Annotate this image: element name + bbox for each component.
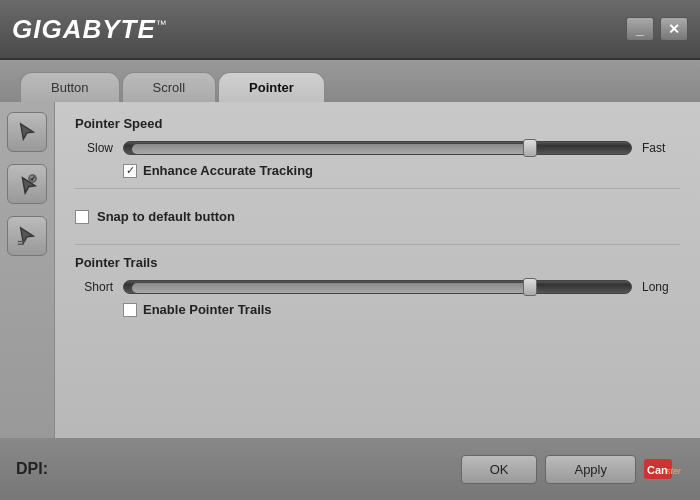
window-controls: _ ✕ [626, 17, 688, 41]
short-label: Short [75, 280, 113, 294]
enhance-tracking-label: Enhance Accurate Tracking [143, 163, 313, 178]
pointer-icon-btn[interactable] [7, 112, 47, 152]
pointer-speed-title: Pointer Speed [75, 116, 680, 131]
snap-row: Snap to default button [75, 209, 680, 224]
long-label: Long [642, 280, 680, 294]
snap-checkbox[interactable] [75, 210, 89, 224]
tab-button[interactable]: Button [20, 72, 120, 102]
enable-trails-row: Enable Pointer Trails [123, 302, 680, 317]
apply-button[interactable]: Apply [545, 455, 636, 484]
pointer-trails-fill [132, 283, 530, 293]
divider-2 [75, 244, 680, 245]
enhance-tracking-checkbox[interactable] [123, 164, 137, 178]
trails-icon [16, 225, 38, 247]
pointer-icon [16, 121, 38, 143]
tab-scroll[interactable]: Scroll [122, 72, 217, 102]
divider-1 [75, 188, 680, 189]
footer-buttons: OK Apply Can ster [461, 454, 684, 484]
pointer-speed-track[interactable] [123, 141, 632, 155]
pointer-trails-title: Pointer Trails [75, 255, 680, 270]
canister-brand-icon: Can ster [644, 454, 684, 484]
fast-label: Fast [642, 141, 680, 155]
enhance-tracking-row: Enhance Accurate Tracking [123, 163, 680, 178]
pointer-trails-track[interactable] [123, 280, 632, 294]
tab-pointer[interactable]: Pointer [218, 72, 325, 102]
snap-icon [16, 173, 38, 195]
pointer-trails-slider-row: Short Long [75, 280, 680, 294]
snap-icon-btn[interactable] [7, 164, 47, 204]
footer: DPI: OK Apply Can ster [0, 438, 700, 500]
slow-label: Slow [75, 141, 113, 155]
sidebar-icons [0, 102, 55, 438]
title-bar: GIGABYTE™ _ ✕ [0, 0, 700, 60]
pointer-trails-thumb[interactable] [523, 278, 537, 296]
enable-trails-label: Enable Pointer Trails [143, 302, 272, 317]
minimize-button[interactable]: _ [626, 17, 654, 41]
main-content: Pointer Speed Slow Fast Enhance Accurate… [0, 102, 700, 438]
pointer-speed-thumb[interactable] [523, 139, 537, 157]
enable-trails-checkbox[interactable] [123, 303, 137, 317]
pointer-speed-fill [132, 144, 530, 154]
trails-icon-btn[interactable] [7, 216, 47, 256]
tabs-bar: Button Scroll Pointer [0, 60, 700, 102]
app-logo: GIGABYTE™ [12, 14, 168, 45]
svg-text:Can: Can [647, 464, 668, 476]
svg-text:ster: ster [666, 466, 682, 476]
pointer-speed-slider-row: Slow Fast [75, 141, 680, 155]
right-panel: Pointer Speed Slow Fast Enhance Accurate… [55, 102, 700, 438]
close-button[interactable]: ✕ [660, 17, 688, 41]
ok-button[interactable]: OK [461, 455, 538, 484]
dpi-label: DPI: [16, 460, 48, 478]
snap-label: Snap to default button [97, 209, 235, 224]
canister-logo: Can ster [644, 454, 684, 484]
snap-section: Snap to default button [75, 199, 680, 234]
